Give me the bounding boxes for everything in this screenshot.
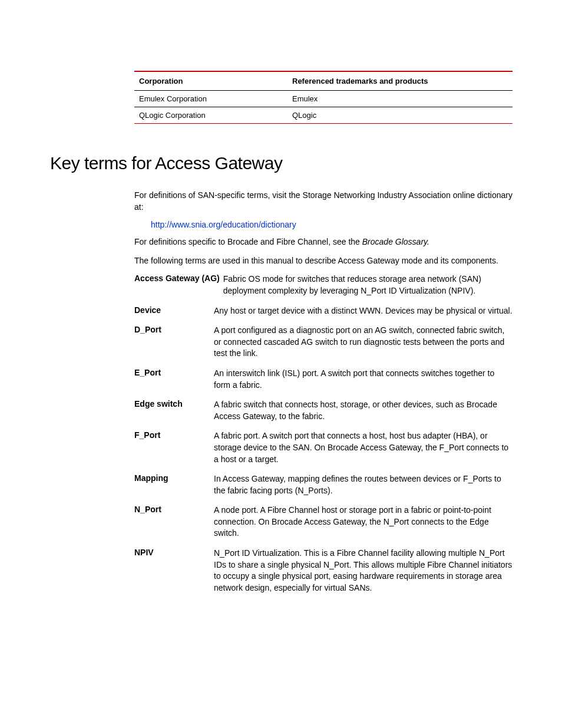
definition-row: NPIV N_Port ID Virtualization. This is a… — [134, 548, 513, 594]
def-term: N_Port — [134, 505, 214, 514]
def-term: Mapping — [134, 473, 214, 483]
def-term: F_Port — [134, 430, 214, 440]
cell-corporation: QLogic Corporation — [134, 107, 287, 124]
intro-paragraph: For definitions of SAN-specific terms, v… — [134, 190, 513, 213]
def-desc: N_Port ID Virtualization. This is a Fibr… — [214, 548, 513, 594]
def-term: Device — [134, 305, 214, 315]
def-term: E_Port — [134, 368, 214, 377]
cell-products: QLogic — [287, 107, 513, 124]
definition-row: Edge switch A fabric switch that connect… — [134, 399, 513, 422]
def-term: Access Gateway (AG) — [134, 274, 220, 283]
definition-row: Access Gateway (AG) Fabric OS mode for s… — [134, 274, 513, 297]
document-page: Corporation Referenced trademarks and pr… — [0, 0, 562, 637]
header-corporation: Corporation — [134, 71, 287, 91]
following-terms-paragraph: The following terms are used in this man… — [134, 255, 513, 267]
table-row: QLogic Corporation QLogic — [134, 107, 513, 124]
def-desc: A port configured as a diagnostic port o… — [214, 325, 513, 360]
def-desc: A fabric port. A switch port that connec… — [214, 430, 513, 465]
definition-row: F_Port A fabric port. A switch port that… — [134, 430, 513, 465]
def-desc: A node port. A Fibre Channel host or sto… — [214, 505, 513, 539]
def-desc: Any host or target device with a distinc… — [214, 305, 513, 317]
definition-row: E_Port An interswitch link (ISL) port. A… — [134, 368, 513, 391]
brocade-paragraph: For definitions specific to Brocade and … — [134, 236, 513, 248]
table-row: Emulex Corporation Emulex — [134, 91, 513, 107]
trademark-table: Corporation Referenced trademarks and pr… — [134, 71, 513, 124]
header-products: Referenced trademarks and products — [287, 71, 513, 91]
definition-row: D_Port A port configured as a diagnostic… — [134, 325, 513, 360]
def-term: NPIV — [134, 548, 214, 557]
section-heading: Key terms for Access Gateway — [50, 153, 512, 173]
table-header-row: Corporation Referenced trademarks and pr… — [134, 71, 513, 91]
definition-row: Device Any host or target device with a … — [134, 305, 513, 317]
content-block: For definitions of SAN-specific terms, v… — [134, 190, 513, 594]
definition-row: N_Port A node port. A Fibre Channel host… — [134, 505, 513, 539]
def-term: D_Port — [134, 325, 214, 334]
brocade-glossary-italic: Brocade Glossary. — [362, 237, 429, 246]
brocade-prefix: For definitions specific to Brocade and … — [134, 237, 362, 246]
definition-row: Mapping In Access Gateway, mapping defin… — [134, 473, 513, 496]
definition-list: Access Gateway (AG) Fabric OS mode for s… — [134, 274, 513, 594]
cell-products: Emulex — [287, 91, 513, 107]
def-desc: A fabric switch that connects host, stor… — [214, 399, 513, 422]
def-desc: An interswitch link (ISL) port. A switch… — [214, 368, 513, 391]
def-term: Edge switch — [134, 399, 214, 409]
cell-corporation: Emulex Corporation — [134, 91, 287, 107]
dictionary-link[interactable]: http://www.snia.org/education/dictionary — [151, 220, 513, 229]
def-desc: Fabric OS mode for switches that reduces… — [223, 274, 513, 297]
def-desc: In Access Gateway, mapping defines the r… — [214, 473, 513, 496]
